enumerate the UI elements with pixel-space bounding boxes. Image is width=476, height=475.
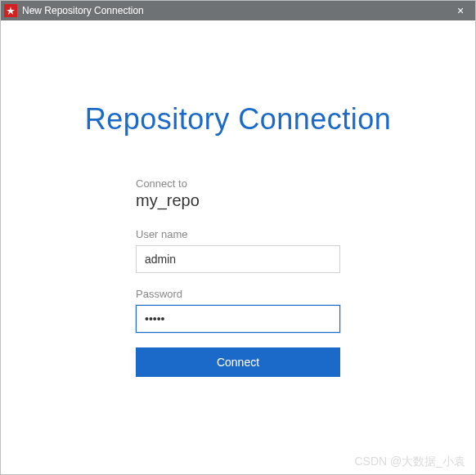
password-input[interactable]: [136, 305, 340, 333]
dialog-content: Repository Connection Connect to my_repo…: [1, 102, 475, 377]
login-form: Connect to my_repo User name Password Co…: [136, 177, 340, 377]
repo-name: my_repo: [136, 191, 340, 210]
password-label: Password: [136, 288, 340, 300]
username-label: User name: [136, 228, 340, 240]
connect-button[interactable]: Connect: [136, 347, 340, 377]
connect-to-label: Connect to: [136, 177, 340, 190]
window-title: New Repository Connection: [22, 5, 446, 16]
username-input[interactable]: [136, 245, 340, 273]
page-title: Repository Connection: [25, 102, 451, 137]
app-icon: [4, 4, 17, 17]
window-titlebar: New Repository Connection ×: [1, 1, 475, 20]
watermark: CSDN @大数据_小袁: [354, 455, 465, 469]
close-button[interactable]: ×: [446, 1, 475, 20]
